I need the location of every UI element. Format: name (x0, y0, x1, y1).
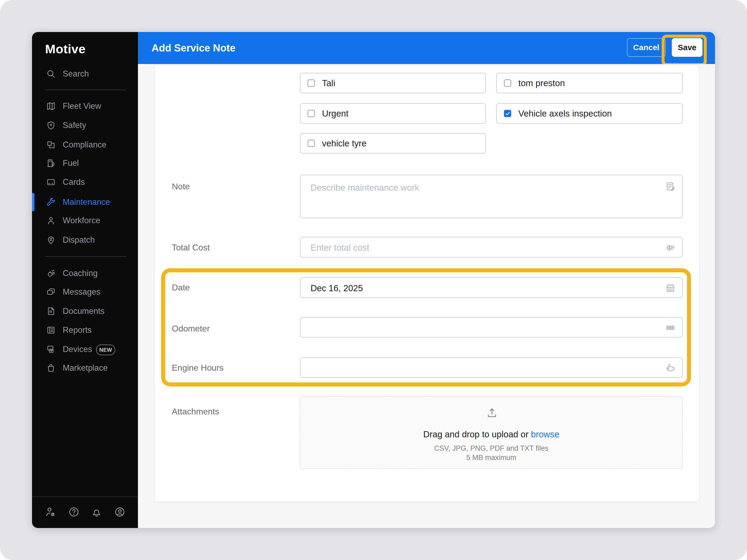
sidebar-item-cards[interactable]: Cards (32, 172, 138, 192)
checkbox-unchecked-icon[interactable] (504, 79, 511, 87)
sidebar-item-label: Fleet View (63, 101, 101, 111)
date-input[interactable]: Dec 16, 2025 (300, 277, 683, 298)
dropzone-max-size: 5 MB maximum (301, 454, 682, 462)
calendar-icon[interactable] (665, 283, 676, 293)
bell-icon[interactable] (91, 506, 102, 518)
search-icon (46, 69, 56, 79)
app-window: Motive Search Fleet View Safety Complian… (32, 32, 715, 528)
sidebar-item-label: Fuel (63, 158, 79, 168)
checkbox-label: vehicle tyre (322, 138, 366, 149)
help-icon[interactable] (68, 506, 80, 518)
sidebar-item-dispatch[interactable]: Dispatch (32, 231, 138, 249)
sidebar-item-label: Cards (63, 177, 85, 187)
checkbox-urgent[interactable]: Urgent (300, 103, 486, 124)
sidebar-divider (45, 256, 126, 257)
note-placeholder: Describe maintenance work (311, 183, 419, 193)
sidebar-item-coaching[interactable]: Coaching (32, 264, 138, 283)
odometer-icon (665, 322, 676, 333)
checkbox-unchecked-icon[interactable] (308, 110, 315, 117)
total-cost-label: Total Cost (172, 243, 210, 252)
motive-logo: Motive (45, 42, 86, 56)
checkbox-tali[interactable]: Tali (300, 73, 486, 93)
checkbox-tom-preston[interactable]: tom preston (496, 73, 683, 93)
odometer-input[interactable] (300, 317, 683, 338)
sidebar-item-label: Dispatch (63, 235, 95, 245)
odometer-label: Odometer (172, 324, 210, 334)
date-value: Dec 16, 2025 (311, 283, 363, 293)
checkbox-unchecked-icon[interactable] (308, 140, 315, 147)
note-label: Note (172, 182, 190, 191)
cancel-button[interactable]: Cancel (627, 38, 666, 57)
note-textarea[interactable]: Describe maintenance work (300, 175, 683, 218)
service-note-form: Tali tom preston Urgent Vehicle axels in… (154, 65, 699, 502)
screen-canvas: Motive Search Fleet View Safety Complian… (0, 0, 747, 560)
sidebar-item-workforce[interactable]: Workforce (32, 211, 138, 230)
sidebar-item-label: Marketplace (63, 363, 108, 373)
checkbox-label: tom preston (518, 78, 565, 88)
page-title: Add Service Note (152, 32, 236, 64)
sidebar-item-label: Safety (63, 121, 86, 130)
sidebar-item-label: Maintenance (63, 197, 110, 207)
wrench-icon (46, 197, 56, 207)
person-icon (46, 216, 56, 225)
total-cost-input[interactable]: Enter total cost (300, 237, 683, 258)
sidebar-item-fleet-view[interactable]: Fleet View (32, 97, 138, 116)
sidebar-item-maintenance[interactable]: Maintenance (32, 192, 138, 212)
top-bar: Add Service Note Cancel Save (138, 32, 715, 64)
sidebar-item-label: Workforce (63, 216, 100, 225)
engine-icon (665, 363, 676, 373)
sidebar-item-compliance[interactable]: Compliance (32, 135, 138, 154)
browse-link[interactable]: browse (531, 429, 559, 439)
attachments-label: Attachments (172, 407, 219, 417)
sidebar-item-documents[interactable]: Documents (32, 301, 138, 321)
checkbox-vehicle-axels-inspection[interactable]: Vehicle axels inspection (496, 103, 683, 124)
checkbox-label: Tali (322, 78, 335, 88)
sidebar-item-label: Devices (63, 345, 92, 354)
save-button[interactable]: Save (672, 38, 702, 57)
checkbox-checked-icon[interactable] (504, 110, 511, 117)
sidebar-item-safety[interactable]: Safety (32, 116, 138, 135)
engine-hours-input[interactable] (300, 357, 683, 378)
sidebar: Motive Search Fleet View Safety Complian… (32, 32, 138, 528)
sidebar-item-label: Search (63, 69, 89, 79)
sidebar-item-messages[interactable]: Messages (32, 283, 138, 301)
fuel-pump-icon (46, 158, 56, 168)
main-content: Tali tom preston Urgent Vehicle axels in… (138, 64, 715, 528)
engine-hours-label: Engine Hours (172, 363, 224, 373)
checkbox-unchecked-icon[interactable] (308, 79, 315, 87)
sidebar-item-devices[interactable]: Devices (32, 340, 138, 359)
sidebar-item-search[interactable]: Search (32, 64, 138, 83)
sidebar-item-label: Messages (63, 287, 100, 297)
sidebar-divider (45, 89, 126, 90)
sidebar-item-label: Reports (63, 325, 92, 335)
credit-card-icon (46, 177, 56, 187)
money-icon (665, 242, 676, 253)
messages-icon (46, 287, 56, 297)
sidebar-item-reports[interactable]: Reports (32, 321, 138, 340)
note-icon (665, 181, 676, 192)
total-cost-placeholder: Enter total cost (311, 243, 369, 253)
user-settings-icon[interactable] (45, 506, 56, 518)
dispatch-pin-icon (46, 235, 56, 245)
sidebar-item-marketplace[interactable]: Marketplace (32, 358, 138, 378)
devices-icon (46, 345, 56, 354)
map-icon (46, 101, 56, 111)
checkbox-vehicle-tyre[interactable]: vehicle tyre (300, 133, 486, 154)
compliance-icon (46, 140, 56, 150)
document-icon (46, 306, 56, 316)
sidebar-item-label: Documents (63, 306, 105, 316)
dropzone-text: Drag and drop to upload or browse (301, 429, 682, 439)
shopping-bag-icon (46, 363, 56, 373)
new-badge: NEW (96, 345, 115, 355)
reports-icon (46, 325, 56, 335)
sidebar-item-fuel[interactable]: Fuel (32, 154, 138, 173)
profile-icon[interactable] (114, 506, 126, 518)
whistle-icon (46, 269, 56, 278)
sidebar-footer-divider (32, 497, 138, 497)
checkbox-label: Urgent (322, 109, 349, 119)
drag-text: Drag and drop to upload or (423, 429, 531, 439)
upload-icon (486, 407, 498, 419)
sidebar-item-label: Compliance (63, 140, 106, 150)
shield-icon (46, 121, 56, 130)
attachments-dropzone[interactable]: Drag and drop to upload or browse CSV, J… (300, 396, 683, 469)
